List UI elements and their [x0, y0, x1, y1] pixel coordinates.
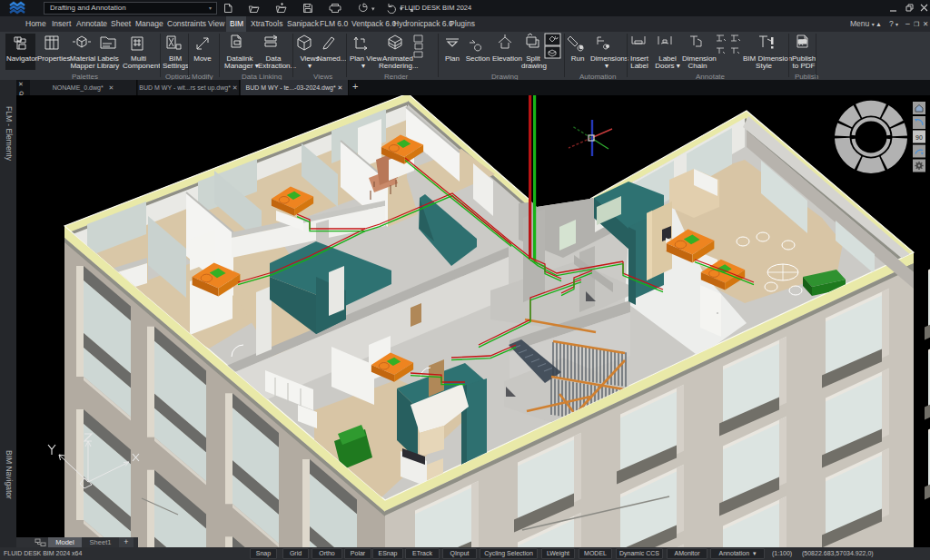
- svg-text:PDF: PDF: [799, 40, 806, 44]
- svg-text:90: 90: [915, 134, 923, 141]
